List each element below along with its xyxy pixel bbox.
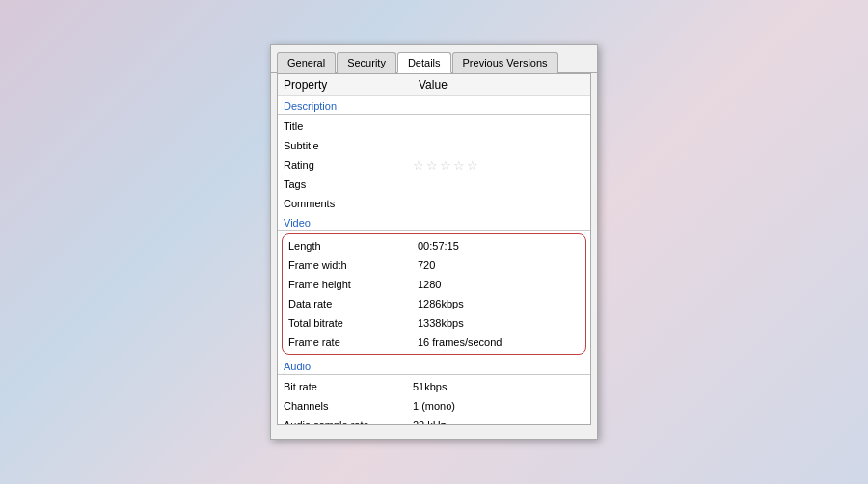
- prop-tags-label: Tags: [284, 178, 413, 190]
- star-1[interactable]: ☆: [413, 158, 424, 173]
- row-title: Title: [278, 117, 590, 136]
- prop-frame-width-label: Frame width: [288, 259, 418, 271]
- section-description: Description: [278, 96, 590, 115]
- row-comments: Comments: [278, 194, 590, 213]
- prop-frame-width-value: 720: [418, 259, 580, 271]
- star-3[interactable]: ☆: [440, 158, 451, 173]
- prop-bit-rate-value: 51kbps: [413, 381, 584, 392]
- star-5[interactable]: ☆: [467, 158, 478, 173]
- row-frame-rate: Frame rate 16 frames/second: [283, 333, 585, 352]
- prop-frame-rate-label: Frame rate: [288, 336, 418, 348]
- tab-bar: General Security Details Previous Versio…: [271, 45, 597, 73]
- prop-subtitle-label: Subtitle: [284, 140, 413, 151]
- prop-comments-label: Comments: [284, 198, 413, 209]
- properties-dialog: General Security Details Previous Versio…: [270, 44, 598, 440]
- tab-details[interactable]: Details: [397, 52, 451, 73]
- prop-title-label: Title: [284, 121, 413, 132]
- row-audio-sample-rate: Audio sample rate 22 kHz: [278, 416, 590, 424]
- prop-rating-value[interactable]: ☆ ☆ ☆ ☆ ☆: [413, 158, 584, 173]
- header-property: Property: [284, 78, 419, 92]
- row-bit-rate: Bit rate 51kbps: [278, 377, 590, 396]
- row-channels: Channels 1 (mono): [278, 396, 590, 416]
- row-rating: Rating ☆ ☆ ☆ ☆ ☆: [278, 155, 590, 175]
- row-total-bitrate: Total bitrate 1338kbps: [283, 313, 585, 333]
- tab-previous-versions[interactable]: Previous Versions: [452, 52, 558, 73]
- row-frame-height: Frame height 1280: [283, 275, 585, 294]
- star-2[interactable]: ☆: [426, 158, 438, 173]
- scrollable-content[interactable]: Description Title Subtitle Rating ☆ ☆ ☆ …: [278, 96, 590, 424]
- prop-frame-rate-value: 16 frames/second: [418, 336, 580, 348]
- row-frame-width: Frame width 720: [283, 255, 585, 275]
- table-header: Property Value: [278, 74, 590, 96]
- row-tags: Tags: [278, 175, 590, 194]
- prop-length-label: Length: [288, 240, 418, 252]
- prop-channels-value: 1 (mono): [413, 400, 584, 412]
- star-4[interactable]: ☆: [453, 158, 465, 173]
- prop-rating-label: Rating: [284, 159, 413, 171]
- prop-bit-rate-label: Bit rate: [284, 381, 413, 392]
- details-panel: Property Value Description Title Subtitl…: [277, 73, 591, 425]
- prop-audio-sample-rate-label: Audio sample rate: [284, 419, 413, 424]
- header-value: Value: [419, 78, 584, 92]
- row-subtitle: Subtitle: [278, 136, 590, 155]
- prop-frame-height-label: Frame height: [288, 279, 418, 290]
- prop-total-bitrate-label: Total bitrate: [288, 317, 418, 329]
- prop-channels-label: Channels: [284, 400, 413, 412]
- prop-audio-sample-rate-value: 22 kHz: [413, 419, 584, 424]
- tab-security[interactable]: Security: [337, 52, 396, 73]
- row-data-rate: Data rate 1286kbps: [283, 294, 585, 313]
- video-highlight-box: Length 00:57:15 Frame width 720 Frame he…: [282, 233, 586, 355]
- prop-frame-height-value: 1280: [418, 279, 580, 290]
- prop-data-rate-value: 1286kbps: [418, 298, 580, 309]
- prop-length-value: 00:57:15: [418, 240, 580, 252]
- prop-total-bitrate-value: 1338kbps: [418, 317, 580, 329]
- row-length: Length 00:57:15: [283, 236, 585, 255]
- star-rating[interactable]: ☆ ☆ ☆ ☆ ☆: [413, 158, 584, 173]
- section-audio: Audio: [278, 357, 590, 375]
- prop-data-rate-label: Data rate: [288, 298, 418, 309]
- tab-general[interactable]: General: [277, 52, 336, 73]
- section-video: Video: [278, 213, 590, 231]
